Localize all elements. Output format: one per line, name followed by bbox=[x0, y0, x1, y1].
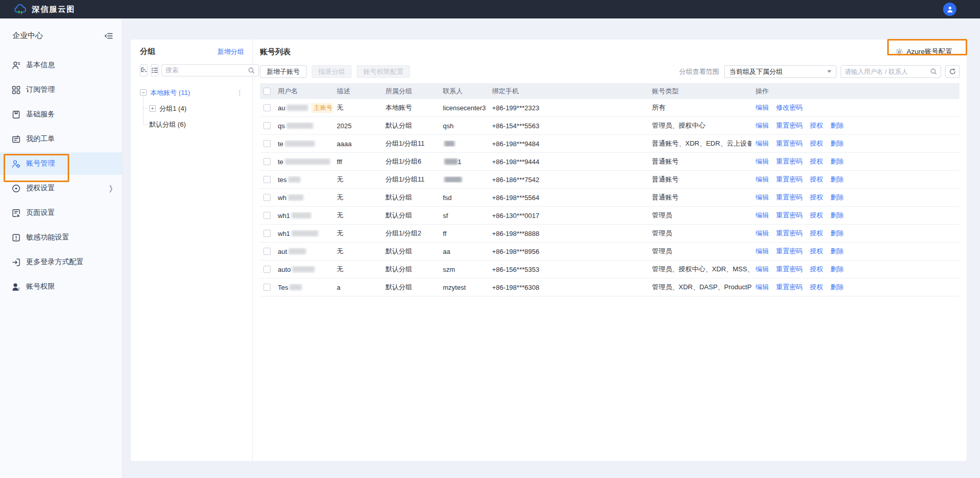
cell-description: 无 bbox=[333, 103, 381, 112]
account-search-input[interactable] bbox=[845, 68, 930, 75]
edit-link[interactable]: 编辑 bbox=[756, 175, 769, 184]
row-checkbox[interactable] bbox=[263, 176, 271, 183]
app-title: 深信服云图 bbox=[32, 5, 75, 14]
reset-password-link[interactable]: 重置密码 bbox=[776, 229, 803, 238]
tree-view-toggle-button[interactable] bbox=[140, 64, 148, 76]
authorize-link[interactable]: 授权 bbox=[810, 121, 823, 130]
sidebar-item-account-permissions[interactable]: 账号权限 bbox=[0, 275, 122, 298]
edit-link[interactable]: 编辑 bbox=[756, 121, 769, 130]
tree-node-group1[interactable]: + 分组1 (4) bbox=[140, 101, 244, 116]
sidebar-item-sensitive-feature-settings[interactable]: 敏感功能设置 bbox=[0, 226, 122, 249]
more-actions-icon[interactable]: ⋮ bbox=[236, 90, 244, 95]
row-checkbox[interactable] bbox=[263, 284, 271, 291]
edit-link[interactable]: 编辑 bbox=[756, 283, 769, 292]
column-header-actions: 操作 bbox=[751, 87, 959, 96]
edit-link[interactable]: 编辑 bbox=[756, 103, 769, 112]
authorize-link[interactable]: 授权 bbox=[810, 229, 823, 238]
edit-link[interactable]: 编辑 bbox=[756, 157, 769, 166]
sidebar-item-basic-services[interactable]: 基础服务 bbox=[0, 103, 122, 126]
authorize-link[interactable]: 授权 bbox=[810, 211, 823, 220]
row-checkbox[interactable] bbox=[263, 194, 271, 201]
reset-password-link[interactable]: 重置密码 bbox=[776, 121, 803, 130]
reset-password-link[interactable]: 重置密码 bbox=[776, 139, 803, 148]
cell-phone: +86-130***0017 bbox=[488, 212, 648, 220]
delete-link[interactable]: 删除 bbox=[830, 265, 844, 274]
select-all-checkbox[interactable] bbox=[263, 88, 271, 95]
username-text: Tes bbox=[278, 284, 288, 291]
menu-fold-icon[interactable] bbox=[105, 32, 113, 39]
change-password-link[interactable]: 修改密码 bbox=[776, 103, 803, 112]
cell-account-type: 管理员 bbox=[648, 229, 751, 238]
add-sub-account-button[interactable]: 新增子账号 bbox=[260, 65, 307, 78]
edit-link[interactable]: 编辑 bbox=[756, 265, 769, 274]
cell-account-type: 管理员、授权中心、XDR、MSS、SASE、... bbox=[648, 265, 751, 274]
cell-username: te bbox=[274, 158, 333, 166]
reset-password-link[interactable]: 重置密码 bbox=[776, 157, 803, 166]
sidebar-item-my-tickets[interactable]: 我的工单 bbox=[0, 128, 122, 150]
sidebar-item-more-login-methods[interactable]: 更多登录方式配置 bbox=[0, 251, 122, 273]
group-scope-select[interactable]: 当前组及下属分组 bbox=[724, 65, 836, 78]
user-avatar-button[interactable] bbox=[943, 3, 956, 16]
delete-link[interactable]: 删除 bbox=[830, 247, 844, 256]
list-view-toggle-button[interactable] bbox=[151, 64, 158, 76]
tree-node-local-accounts[interactable]: − 本地账号 (11) ⋮ bbox=[140, 85, 244, 101]
sidebar-item-license-settings[interactable]: 授权设置 ❯ bbox=[0, 177, 122, 200]
authorize-link[interactable]: 授权 bbox=[810, 193, 823, 202]
azure-account-config-button[interactable]: Azure账号配置 bbox=[895, 47, 952, 56]
cell-actions: 编辑重置密码授权删除 bbox=[751, 157, 959, 166]
authorize-link[interactable]: 授权 bbox=[810, 157, 823, 166]
redacted-text bbox=[292, 230, 318, 236]
sidebar: 企业中心 基本信息 订阅管理 基础服务 我的工单 账号管理 授权设置 ❯ bbox=[0, 18, 122, 478]
assign-group-button[interactable]: 指派分组 bbox=[312, 65, 352, 78]
delete-link[interactable]: 删除 bbox=[830, 175, 844, 184]
username-text: auto bbox=[278, 266, 291, 273]
row-checkbox[interactable] bbox=[263, 212, 271, 219]
delete-link[interactable]: 删除 bbox=[830, 193, 844, 202]
edit-link[interactable]: 编辑 bbox=[756, 247, 769, 256]
sidebar-item-basic-info[interactable]: 基本信息 bbox=[0, 54, 122, 76]
reset-password-link[interactable]: 重置密码 bbox=[776, 175, 803, 184]
row-checkbox[interactable] bbox=[263, 230, 271, 237]
row-checkbox[interactable] bbox=[263, 266, 271, 273]
delete-link[interactable]: 删除 bbox=[830, 139, 844, 148]
row-checkbox[interactable] bbox=[263, 104, 271, 111]
sidebar-item-page-settings[interactable]: 页面设置 bbox=[0, 202, 122, 224]
refresh-button[interactable] bbox=[945, 65, 959, 78]
column-header-group: 所属分组 bbox=[381, 87, 439, 96]
delete-link[interactable]: 删除 bbox=[830, 229, 844, 238]
authorize-link[interactable]: 授权 bbox=[810, 283, 823, 292]
account-permission-config-button[interactable]: 账号权限配置 bbox=[357, 65, 410, 78]
group-search-input[interactable] bbox=[166, 67, 248, 74]
reset-password-link[interactable]: 重置密码 bbox=[776, 211, 803, 220]
edit-link[interactable]: 编辑 bbox=[756, 211, 769, 220]
reset-password-link[interactable]: 重置密码 bbox=[776, 193, 803, 202]
edit-link[interactable]: 编辑 bbox=[756, 193, 769, 202]
cell-contact: mzytest bbox=[439, 284, 488, 291]
alert-icon bbox=[12, 233, 21, 242]
edit-link[interactable]: 编辑 bbox=[756, 139, 769, 148]
authorize-link[interactable]: 授权 bbox=[810, 139, 823, 148]
sidebar-item-account-management[interactable]: 账号管理 bbox=[0, 152, 122, 175]
reset-password-link[interactable]: 重置密码 bbox=[776, 265, 803, 274]
authorize-link[interactable]: 授权 bbox=[810, 265, 823, 274]
edit-link[interactable]: 编辑 bbox=[756, 229, 769, 238]
row-checkbox[interactable] bbox=[263, 248, 271, 255]
delete-link[interactable]: 删除 bbox=[830, 211, 844, 220]
authorize-link[interactable]: 授权 bbox=[810, 247, 823, 256]
tree-node-default-group[interactable]: 默认分组 (6) bbox=[140, 116, 244, 132]
delete-link[interactable]: 删除 bbox=[830, 157, 844, 166]
row-checkbox[interactable] bbox=[263, 122, 271, 129]
row-checkbox[interactable] bbox=[263, 140, 271, 147]
add-group-link[interactable]: 新增分组 bbox=[217, 47, 244, 56]
group-tree: − 本地账号 (11) ⋮ + 分组1 (4) 默认分组 (6) bbox=[140, 85, 244, 132]
sidebar-item-subscription-management[interactable]: 订阅管理 bbox=[0, 78, 122, 101]
authorize-link[interactable]: 授权 bbox=[810, 175, 823, 184]
cell-group: 分组1/分组11 bbox=[381, 139, 439, 148]
tree-expander-icon[interactable]: + bbox=[149, 105, 156, 112]
reset-password-link[interactable]: 重置密码 bbox=[776, 283, 803, 292]
cell-group: 默认分组 bbox=[381, 247, 439, 256]
delete-link[interactable]: 删除 bbox=[830, 121, 844, 130]
row-checkbox[interactable] bbox=[263, 158, 271, 165]
reset-password-link[interactable]: 重置密码 bbox=[776, 247, 803, 256]
delete-link[interactable]: 删除 bbox=[830, 283, 844, 292]
